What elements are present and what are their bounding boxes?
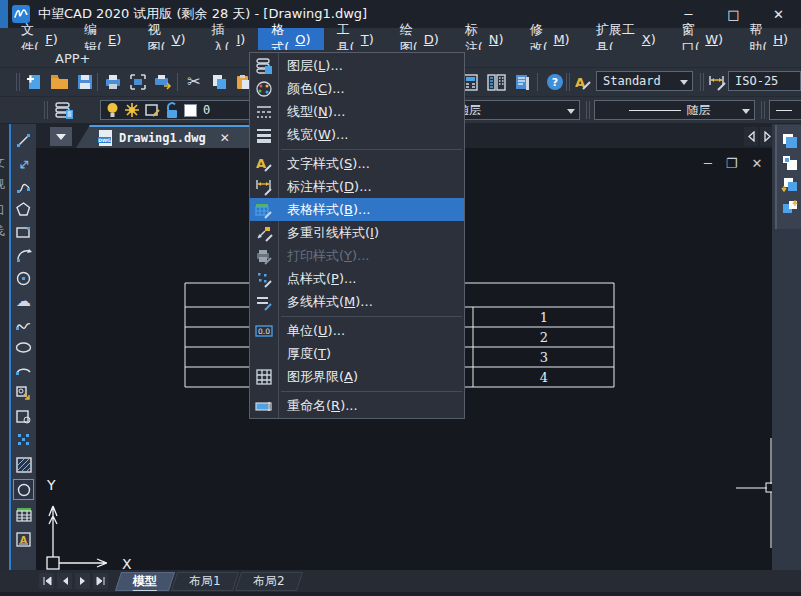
- draw-spline-button[interactable]: [13, 314, 34, 335]
- draw-polyline-button[interactable]: [13, 176, 34, 197]
- menuitem-color[interactable]: 颜色(C)...: [250, 77, 464, 100]
- last-layout-button[interactable]: [93, 573, 108, 589]
- document-tab-drawing1[interactable]: DWG Drawing1.dwg ✕: [76, 125, 262, 148]
- menu-file[interactable]: 文件(F): [8, 28, 71, 50]
- toolbar-separator: [177, 73, 178, 91]
- copy-button[interactable]: [207, 71, 231, 93]
- send-to-back-button[interactable]: [780, 153, 800, 173]
- toolbar-grip[interactable]: [700, 73, 704, 91]
- chevron-down-icon: [567, 109, 575, 114]
- text-style-manager-button[interactable]: A: [571, 71, 595, 93]
- plot-preview-button[interactable]: [126, 71, 150, 93]
- text-style-combo[interactable]: Standard: [596, 71, 693, 91]
- make-block-button[interactable]: [13, 406, 34, 427]
- linetype-preview: [629, 110, 681, 111]
- first-layout-button[interactable]: [39, 573, 54, 589]
- tab-layout1[interactable]: 布局1: [171, 572, 239, 591]
- publish-button[interactable]: [151, 71, 175, 93]
- insert-block-button[interactable]: [13, 383, 34, 404]
- bring-to-front-button[interactable]: [780, 131, 800, 151]
- menuitem-thickness[interactable]: 厚度(T): [250, 342, 464, 365]
- help-button[interactable]: ?: [543, 71, 567, 93]
- draw-ellipse-button[interactable]: [13, 337, 34, 358]
- draw-rectangle-button[interactable]: [13, 222, 34, 243]
- menu-modify[interactable]: 修改(M): [517, 28, 583, 50]
- menuitem-drawing-limits[interactable]: 图形界限(A): [250, 365, 464, 388]
- menu-express-tools[interactable]: 扩展工具(X): [583, 28, 669, 50]
- toolbar-separator: [97, 73, 98, 91]
- dim-style-icon: [708, 74, 727, 91]
- linetype-icon: [250, 103, 278, 121]
- menu-format[interactable]: 格式(O): [258, 28, 323, 50]
- document-tab-close-icon[interactable]: ✕: [220, 131, 230, 145]
- draw-arc-button[interactable]: [13, 245, 34, 266]
- toolbar-grip[interactable]: [586, 101, 590, 119]
- draw-line-button[interactable]: [13, 130, 34, 151]
- toolbar-separator: [537, 73, 538, 91]
- tab-layout2[interactable]: 布局2: [235, 572, 303, 591]
- linetype-combo[interactable]: 随层: [594, 100, 755, 120]
- tab-model[interactable]: 模型: [115, 572, 175, 591]
- menuitem-mline-style[interactable]: 多线样式(M)...: [250, 290, 464, 313]
- open-file-button[interactable]: [47, 71, 71, 93]
- dim-style-manager-button[interactable]: [705, 71, 729, 93]
- chevron-down-icon: [56, 134, 66, 140]
- document-list-dropdown[interactable]: [50, 127, 72, 146]
- new-file-button[interactable]: [22, 71, 46, 93]
- mdi-restore-button[interactable]: ❐: [726, 156, 738, 171]
- menu-insert[interactable]: 插入(I): [199, 28, 259, 50]
- table-button[interactable]: [13, 504, 34, 525]
- next-layout-button[interactable]: [75, 573, 90, 589]
- hatch-button[interactable]: [13, 454, 34, 475]
- dim-style-combo[interactable]: ISO-25: [728, 71, 801, 91]
- plot-button[interactable]: [101, 71, 125, 93]
- draw-xline-button[interactable]: ↔: [13, 153, 34, 174]
- menuitem-linetype[interactable]: 线型(N)...: [250, 100, 464, 123]
- menu-window[interactable]: 窗口(W): [669, 28, 736, 50]
- send-under-icon: [781, 198, 799, 216]
- cut-button[interactable]: ✂: [182, 71, 206, 93]
- draw-polygon-button[interactable]: [13, 199, 34, 220]
- menu-edit[interactable]: 编辑(E): [71, 28, 135, 50]
- menuitem-text-style[interactable]: A 文字样式(S)...: [250, 152, 464, 175]
- toolbar-grip[interactable]: [761, 101, 765, 119]
- mdi-minimize-button[interactable]: ─: [704, 156, 712, 171]
- draw-revcloud-button[interactable]: ☁: [13, 291, 34, 312]
- menuitem-mleader-style[interactable]: 多重引线样式(I): [250, 221, 464, 244]
- mtext-button[interactable]: A: [13, 529, 34, 550]
- menu-draw[interactable]: 绘图(D): [387, 28, 452, 50]
- layer-manager-button[interactable]: [52, 99, 76, 121]
- properties-button[interactable]: [510, 71, 534, 93]
- format-menu-dropdown: 图层(L)... 颜色(C)... 线型(N)... 线宽(W)... A 文字…: [249, 52, 465, 419]
- draw-point-button[interactable]: [13, 429, 34, 450]
- menu-view[interactable]: 视图(V): [134, 28, 198, 50]
- save-button[interactable]: [73, 71, 97, 93]
- menuitem-lineweight[interactable]: 线宽(W)...: [250, 123, 464, 146]
- menu-dimension[interactable]: 标注(N): [452, 28, 517, 50]
- bring-above-object-button[interactable]: [780, 175, 800, 195]
- toolbar-grip[interactable]: [566, 73, 570, 91]
- draw-circle-button[interactable]: [13, 268, 34, 289]
- menuitem-table-style[interactable]: 表格样式(B)...: [250, 198, 464, 221]
- mdi-close-button[interactable]: ✕: [751, 156, 762, 171]
- draw-ellipse-arc-button[interactable]: [13, 360, 34, 381]
- menu-tools[interactable]: 工具(T): [324, 28, 387, 50]
- menuitem-units[interactable]: 0.0 单位(U)...: [250, 319, 464, 342]
- toolbar-grip[interactable]: [44, 101, 48, 119]
- send-under-object-button[interactable]: [780, 197, 800, 217]
- publish-icon: [154, 74, 172, 90]
- menu-help[interactable]: 帮助(H): [736, 28, 801, 50]
- menuitem-rename[interactable]: 重命名(R)...: [250, 394, 464, 417]
- menuitem-layer[interactable]: 图层(L)...: [250, 54, 464, 77]
- menuitem-dim-style[interactable]: 标注样式(D)...: [250, 175, 464, 198]
- lineweight-combo[interactable]: [769, 100, 801, 120]
- table-cell-value: 4: [540, 370, 548, 385]
- toolbar-grip[interactable]: [16, 73, 20, 91]
- new-file-icon: [25, 73, 43, 91]
- menuitem-point-style[interactable]: 点样式(P)...: [250, 267, 464, 290]
- prev-layout-button[interactable]: [57, 573, 72, 589]
- tool-palettes-button[interactable]: [484, 71, 508, 93]
- tab-scroll-left-button[interactable]: [744, 127, 758, 146]
- region-button[interactable]: [13, 479, 34, 500]
- mline-style-icon: [250, 293, 278, 311]
